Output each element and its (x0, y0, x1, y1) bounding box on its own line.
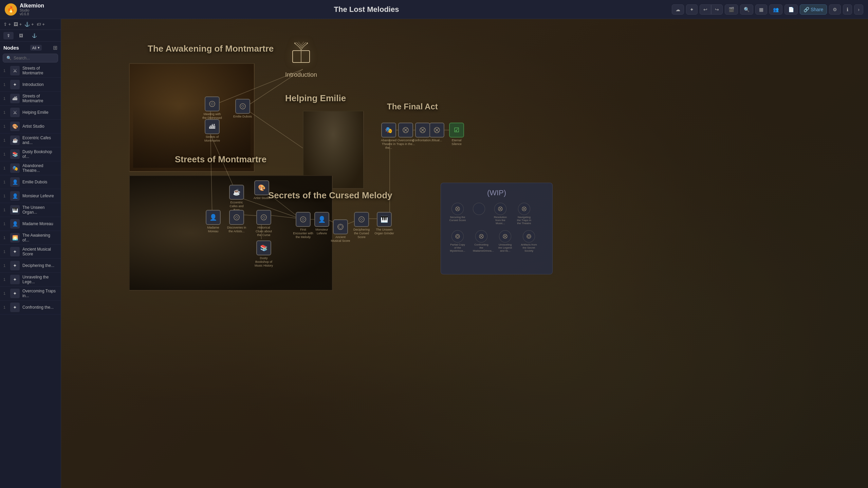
sidebar-share-add[interactable]: ⇪ + (3, 22, 11, 27)
share-btn[interactable]: 🔗 Share (800, 4, 827, 15)
wip-row-1: Securing the Cursed Score Resolution fro… (446, 201, 547, 226)
list-item[interactable]: 1 ✦ Deciphering the... (0, 259, 61, 273)
intro-icon (286, 39, 316, 69)
list-item[interactable]: 1 👤 Monsieur Lefevre (0, 189, 61, 203)
node-icon-meeting (205, 96, 220, 111)
wip-label-partial: Partial Copy of the Mysterious... (449, 243, 466, 252)
node-icon-ancient-score (333, 219, 348, 234)
intro-node[interactable]: Introduction (285, 39, 317, 78)
canvas-node-dusty[interactable]: 📚 Dusty Bookshop of Music History (254, 240, 274, 267)
list-item[interactable]: 1 ☕ Eccentric Cafes and... (0, 133, 61, 147)
tab-share[interactable]: ⇪ (3, 32, 14, 39)
wip-label: (WIP) (446, 188, 547, 197)
node-icon-streets: 🏙 (205, 119, 220, 134)
list-item[interactable]: 1 🎹 The Unseen Organ... (0, 203, 61, 217)
wip-node-navigating[interactable]: Navigating the Traps in the Theatre (516, 203, 533, 225)
node-icon-discoveries (229, 210, 244, 225)
top-controls: ☁ ✦ ↩ ↪ 🎬 🔍 ▦ 👥 📄 🔗 Share ⚙ ℹ › (672, 4, 868, 15)
wip-node-artifacts[interactable]: Artifacts from the Secret Society (520, 230, 537, 252)
svg-point-26 (234, 215, 239, 220)
search-input[interactable] (14, 56, 54, 60)
wip-node-resolution[interactable]: Resolution from the Music... (492, 203, 509, 225)
search-btn[interactable]: 🔍 (740, 4, 753, 15)
list-item[interactable]: 1 👤 Madame Moreau (0, 217, 61, 231)
canvas-node-emilie-dubois[interactable]: Emilie Dubois (233, 99, 252, 119)
node-icon: ☕ (10, 135, 20, 145)
redo-btn[interactable]: ↪ (711, 4, 723, 15)
node-label-eternal-silence: Eternal Silence (446, 139, 467, 146)
canvas-node-ritual[interactable]: Ritual... (429, 123, 444, 142)
info-btn[interactable]: ℹ (843, 4, 852, 15)
node-icon: ✦ (10, 80, 20, 89)
doc-btn[interactable]: 📄 (784, 4, 798, 15)
canvas-node-ancient-score[interactable]: Ancient Musical Score (330, 219, 351, 243)
node-icon-madame: 👤 (206, 210, 221, 225)
undo-btn[interactable]: ↩ (700, 4, 711, 15)
list-item[interactable]: 1 👤 Emilie Dubois (0, 175, 61, 189)
settings-btn[interactable]: ⚙ (829, 4, 841, 15)
list-item[interactable]: 1 🎨 Artist Studio (0, 120, 61, 133)
node-icon: ✦ (10, 261, 20, 270)
list-item[interactable]: 1 ⚔ Streets of Montmartre (0, 64, 61, 78)
list-item[interactable]: 1 ✦ Ancient Musical Score (0, 245, 61, 259)
list-item[interactable]: 1 ⚔ Helping Emilie (0, 106, 61, 120)
list-item[interactable]: 1 🎭 Abandoned Theatre... (0, 161, 61, 175)
users-btn[interactable]: 👥 (769, 4, 782, 15)
tab-image[interactable]: 🖼 (16, 32, 26, 39)
list-item[interactable]: 1 📚 Dusty Bookshop of... (0, 147, 61, 161)
canvas-area[interactable]: The Awakening of Montmartre Streets of M… (61, 19, 868, 488)
node-label-deciphering: Deciphering the Cursed Score (351, 228, 372, 239)
svg-point-28 (300, 217, 306, 222)
node-icon-overcoming (398, 123, 413, 138)
svg-point-30 (359, 217, 364, 222)
wip-box: (WIP) Securing the Cursed Score Reso (441, 183, 553, 274)
sidebar-view-toggle[interactable]: ⊞ (53, 44, 57, 51)
node-icon-historical (256, 210, 271, 225)
grid-btn[interactable]: ▦ (755, 4, 767, 15)
list-item[interactable]: 1 ✦ Overcoming Traps in... (0, 287, 61, 301)
node-icon: 👤 (10, 177, 20, 187)
sparkle-btn[interactable]: ✦ (686, 4, 698, 15)
node-icon-eternal-silence: ☑ (449, 123, 464, 138)
sidebar-tag-add[interactable]: 🏷 + (37, 22, 45, 27)
canvas-node-streets-montmartre[interactable]: 🏙 Streets of Montmartre (202, 119, 222, 143)
node-icon-deciphering (354, 212, 369, 227)
list-item[interactable]: 1 ✦ Unraveling the Lege... (0, 273, 61, 287)
svg-point-23 (307, 42, 308, 44)
cloud-btn[interactable]: ☁ (672, 4, 684, 15)
wip-node-confronting[interactable]: Confronting the MadameDrinea... (473, 230, 490, 252)
wip-node-securing[interactable]: Securing the Cursed Score (449, 203, 466, 222)
wip-node-empty[interactable] (473, 203, 485, 216)
wip-label-navigating: Navigating the Traps in the Theatre (516, 216, 533, 225)
list-item[interactable]: 1 🏙 Streets of Montmartre (0, 92, 61, 106)
wip-node-unraveling[interactable]: Unraveling the Legend and its... (497, 230, 514, 252)
node-icon-dusty: 📚 (256, 240, 271, 255)
wip-icon-navigating (518, 203, 530, 215)
canvas-node-deciphering[interactable]: Deciphering the Cursed Score (351, 212, 372, 239)
sidebar-anchor-add[interactable]: ⚓ + (24, 22, 34, 27)
logo-text: Alkemion Studio v0.6.8 (20, 3, 44, 16)
canvas-node-first-encounter[interactable]: First Encounter with the Melody (293, 212, 313, 239)
canvas-node-lefevre[interactable]: 👤 Monsieur Lefevre (312, 212, 332, 235)
wip-icon-confronting (475, 230, 487, 242)
search-icon: 🔍 (6, 56, 12, 60)
canvas-node-madame[interactable]: 👤 Madame Moreau (203, 210, 223, 233)
list-item[interactable]: 1 ✦ Introduction (0, 78, 61, 92)
canvas-node-eccentric[interactable]: ☕ Eccentric Cafes and Bars (226, 185, 247, 212)
wip-node-partial[interactable]: Partial Copy of the Mysterious... (449, 230, 466, 252)
arrow-btn[interactable]: › (854, 4, 863, 15)
node-icon: 👤 (10, 191, 20, 201)
canvas-node-discoveries[interactable]: Discoveries in the Artists... (226, 210, 247, 233)
list-item[interactable]: 1 ✦ Confronting the... (0, 301, 61, 314)
sidebar-filter[interactable]: All ▾ (30, 45, 42, 51)
film-btn[interactable]: 🎬 (725, 4, 738, 15)
canvas-node-artist-studio[interactable]: 🎨 Artist Studio (254, 180, 270, 200)
sidebar-img-add[interactable]: 🖼 + (14, 22, 22, 27)
canvas-node-eternal-silence[interactable]: ☑ Eternal Silence (446, 123, 467, 146)
tab-anchor[interactable]: ⚓ (29, 32, 40, 39)
svg-point-27 (261, 215, 266, 220)
canvas-node-historical[interactable]: Historical Clues about the Curse (254, 210, 274, 237)
list-item[interactable]: 1 🌅 The Awakening of... (0, 231, 61, 245)
wip-icon-artifacts (523, 230, 535, 242)
canvas-node-unseen-organ[interactable]: 🎹 The Unseen Organ Grinder (374, 212, 394, 235)
